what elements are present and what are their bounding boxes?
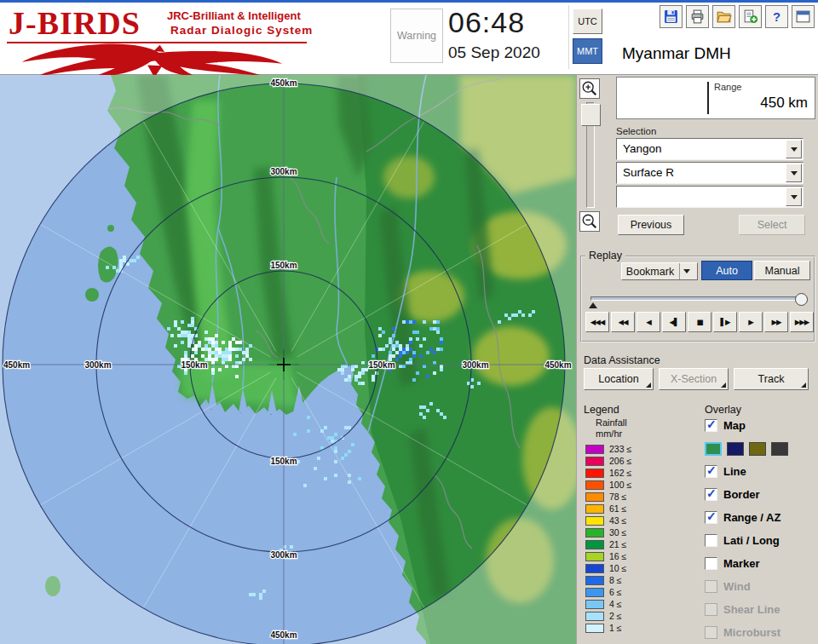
overlay-item-marker: Marker: [705, 552, 817, 575]
previous-button[interactable]: Previous: [618, 215, 684, 235]
zoom-in-button[interactable]: [579, 78, 600, 99]
save-button[interactable]: [660, 5, 683, 28]
x-section-label: X-Section: [671, 373, 717, 385]
zoom-out-icon: [581, 213, 598, 230]
checkbox[interactable]: [705, 580, 717, 593]
chevron-down-icon[interactable]: [786, 187, 802, 206]
manual-mode-button[interactable]: Manual: [754, 261, 810, 280]
export-button[interactable]: [739, 5, 762, 28]
mmt-button[interactable]: MMT: [573, 38, 602, 64]
check-icon: ✓: [706, 486, 717, 500]
auto-mode-button[interactable]: Auto: [701, 261, 752, 280]
radar-map[interactable]: 450km 300km 150km 150km 300km 450km 450k…: [0, 75, 576, 644]
product-select[interactable]: Surface R: [616, 162, 804, 184]
fast-rewind-button[interactable]: ◀◀: [611, 312, 635, 332]
legend-value: 16 ≤: [609, 551, 626, 561]
play-reverse-button[interactable]: ◀: [637, 312, 660, 332]
check-icon: ✓: [706, 417, 717, 431]
legend-value: 8 ≤: [609, 575, 622, 585]
map-style-swatch[interactable]: [705, 442, 722, 456]
step-back-button[interactable]: ◀▌: [662, 312, 686, 332]
clock-date: 05 Sep 2020: [448, 43, 572, 62]
corner-grip-icon: [646, 382, 651, 388]
select-button[interactable]: Select: [739, 215, 805, 235]
jump-end-button[interactable]: ▶▶▶: [790, 312, 814, 332]
map-style-swatch[interactable]: [771, 442, 788, 456]
window-button[interactable]: [792, 5, 815, 28]
chevron-down-icon[interactable]: [786, 140, 802, 158]
save-icon: [663, 9, 679, 25]
legend-color-swatch: [585, 480, 604, 490]
map-style-swatches: [705, 437, 817, 460]
legend-color-swatch: [585, 504, 604, 514]
legend-rows: 233 ≤206 ≤162 ≤100 ≤78 ≤61 ≤43 ≤30 ≤21 ≤…: [585, 443, 631, 634]
window-icon: [795, 9, 811, 25]
corner-grip-icon: [801, 382, 806, 388]
track-label: Track: [758, 373, 785, 385]
checkbox[interactable]: ✓: [705, 488, 717, 501]
fast-forward-button[interactable]: ▶▶: [764, 312, 788, 332]
zoom-slider-thumb[interactable]: [581, 104, 601, 126]
checkbox[interactable]: [705, 534, 717, 547]
legend-color-swatch: [585, 516, 604, 526]
clock-time: 06:48: [448, 6, 572, 39]
legend-color-swatch: [585, 576, 604, 585]
checkbox[interactable]: [705, 626, 717, 639]
replay-slider-thumb[interactable]: [795, 293, 808, 306]
legend-value: 43 ≤: [609, 515, 626, 526]
checkbox[interactable]: [705, 557, 717, 570]
legend-color-swatch: [585, 552, 604, 561]
legend-entry: 100 ≤: [585, 479, 631, 491]
track-button[interactable]: Track: [734, 368, 809, 390]
help-button[interactable]: ?: [765, 5, 788, 28]
utc-button[interactable]: UTC: [573, 9, 602, 34]
header: J-BIRDS JRC-Brilliant & Intelligent Rada…: [0, 0, 818, 75]
range-divider: [707, 82, 709, 114]
ring-label-300-bottom: 300km: [270, 550, 297, 560]
map-style-swatch[interactable]: [749, 442, 766, 456]
bookmark-button[interactable]: Bookmark: [621, 262, 698, 280]
overlay-label: Shear Line: [723, 603, 780, 616]
overlay-label: Line: [723, 465, 746, 478]
zoom-out-button[interactable]: [579, 211, 600, 232]
step-forward-button[interactable]: ▌▶: [713, 312, 737, 332]
control-panel: Range 450 km Selection Yangon Surface R …: [576, 75, 818, 644]
legend-entry: 61 ≤: [585, 503, 631, 515]
print-icon: [689, 9, 706, 25]
ring-label-300-top: 300km: [270, 167, 297, 176]
location-button[interactable]: Location: [584, 368, 654, 390]
legend-color-swatch: [585, 469, 604, 478]
legend-value: 162 ≤: [609, 468, 631, 478]
chevron-down-icon[interactable]: [679, 263, 693, 279]
check-icon: ✓: [706, 463, 717, 477]
replay-slider-track[interactable]: [590, 296, 805, 301]
location-label: Location: [598, 373, 638, 385]
site-select[interactable]: Yangon: [616, 138, 804, 160]
product-select-value: Surface R: [623, 166, 674, 179]
legend-entry: 21 ≤: [585, 538, 631, 550]
legend-color-swatch: [585, 457, 604, 466]
option-select[interactable]: [616, 186, 804, 208]
legend-entry: 8 ≤: [585, 574, 631, 586]
checkbox[interactable]: ✓: [705, 511, 717, 524]
map-style-swatch[interactable]: [727, 442, 744, 456]
eagle-logo-icon: [7, 43, 307, 78]
export-icon: [742, 9, 758, 25]
checkbox[interactable]: ✓: [705, 465, 717, 478]
legend-color-swatch: [585, 492, 604, 502]
overlay-item-map: ✓Map: [705, 414, 817, 437]
chevron-down-icon[interactable]: [786, 164, 802, 182]
play-button[interactable]: ▶: [739, 312, 763, 332]
x-section-button[interactable]: X-Section: [659, 368, 729, 390]
jump-start-button[interactable]: ◀◀◀: [585, 312, 609, 332]
checkbox[interactable]: [705, 603, 717, 616]
open-folder-button[interactable]: [712, 5, 735, 28]
legend-value: 10 ≤: [609, 563, 626, 573]
legend-entry: 206 ≤: [585, 455, 631, 467]
legend-value: 2 ≤: [609, 611, 622, 621]
checkbox[interactable]: ✓: [705, 419, 717, 432]
app-logo: J-BIRDS JRC-Brilliant & Intelligent Rada…: [7, 4, 314, 72]
legend-entry: 233 ≤: [585, 443, 631, 455]
stop-button[interactable]: ■: [688, 312, 711, 332]
print-button[interactable]: [686, 5, 709, 28]
